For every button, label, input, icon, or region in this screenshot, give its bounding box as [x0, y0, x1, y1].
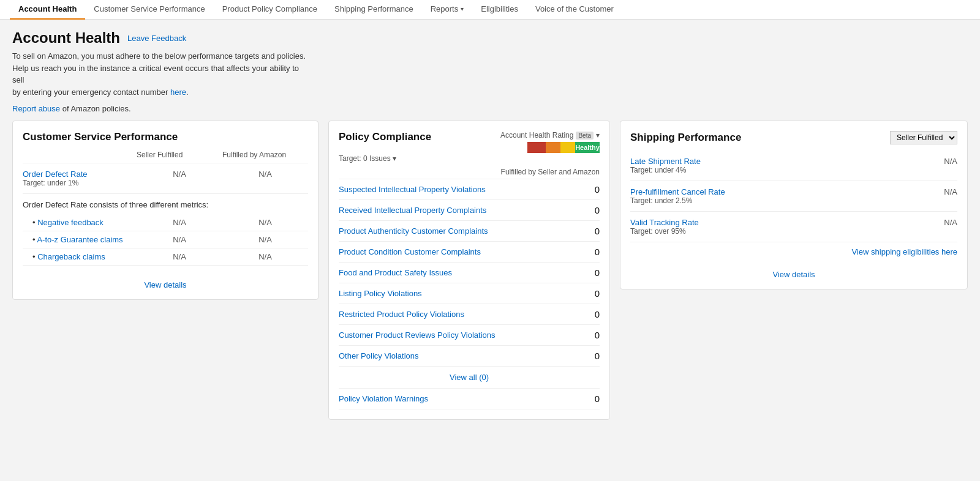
csp-view-details-link[interactable]: View details	[144, 280, 186, 289]
here-link[interactable]: here	[170, 88, 186, 97]
order-defect-rate-row: Order Defect Rate Target: under 1% N/A N…	[23, 163, 308, 194]
sp-metric-link-0[interactable]: Late Shipment Rate	[630, 157, 701, 166]
sp-val-0: N/A	[944, 157, 957, 166]
pc-link-0[interactable]: Suspected Intellectual Property Violatio…	[339, 185, 486, 194]
beta-badge: Beta	[576, 132, 594, 140]
sp-filter-select[interactable]: Seller Fulfilled	[890, 131, 957, 144]
view-all-row: View all (0)	[339, 367, 600, 389]
pc-count-8: 0	[595, 351, 600, 361]
policy-warnings-row: Policy Violation Warnings 0	[339, 389, 600, 409]
ahr-badge: Account Health Rating Beta ▾ Healthy	[500, 131, 600, 153]
nav-eligibilities[interactable]: Eligibilities	[472, 0, 527, 20]
pc-count-0: 0	[595, 184, 600, 195]
sp-target-1: Target: under 2.5%	[630, 196, 725, 205]
sp-column: Shipping Performance Seller Fulfilled La…	[620, 121, 968, 289]
pc-link-7[interactable]: Customer Product Reviews Policy Violatio…	[339, 330, 496, 340]
pc-row-5: Listing Policy Violations 0	[339, 283, 600, 304]
csp-card: Customer Service Performance Seller Fulf…	[12, 121, 318, 300]
policy-warnings-link[interactable]: Policy Violation Warnings	[339, 394, 428, 403]
pc-link-4[interactable]: Food and Product Safety Issues	[339, 268, 452, 277]
pc-count-4: 0	[595, 267, 600, 278]
pc-row-4: Food and Product Safety Issues 0	[339, 263, 600, 283]
pc-row-7: Customer Product Reviews Policy Violatio…	[339, 325, 600, 346]
reports-caret-icon: ▾	[461, 6, 464, 12]
sub-metrics-section: Order Defect Rate consists of three diff…	[23, 194, 308, 272]
pc-link-1[interactable]: Received Intellectual Property Complaint…	[339, 206, 486, 215]
report-abuse-link[interactable]: Report abuse	[12, 104, 60, 113]
pc-row-6: Restricted Product Policy Violations 0	[339, 304, 600, 325]
ahr-dropdown-icon[interactable]: ▾	[596, 131, 600, 140]
sub-row-2: • Chargeback claims N/A N/A	[23, 248, 308, 266]
pc-link-8[interactable]: Other Policy Violations	[339, 351, 419, 360]
csp-col-headers: Seller Fulfilled Fulfilled by Amazon	[23, 151, 308, 163]
pc-target-caret-icon[interactable]: ▾	[393, 154, 396, 163]
csp-view-details: View details	[23, 272, 308, 289]
odr-seller-val: N/A	[137, 170, 222, 179]
sp-metric-row-1: Pre-fulfillment Cancel Rate Target: unde…	[630, 181, 957, 212]
sub-row-0: • Negative feedback N/A N/A	[23, 214, 308, 231]
nav-voice[interactable]: Voice of the Customer	[527, 0, 622, 20]
pc-row-2: Product Authenticity Customer Complaints…	[339, 221, 600, 242]
sp-metrics: Late Shipment Rate Target: under 4% N/A …	[630, 151, 957, 242]
pc-count-6: 0	[595, 309, 600, 319]
pc-row-3: Product Condition Customer Complaints 0	[339, 242, 600, 263]
sp-metric-row-2: Valid Tracking Rate Target: over 95% N/A	[630, 212, 957, 242]
pc-link-3[interactable]: Product Condition Customer Complaints	[339, 247, 481, 256]
pc-header: Policy Compliance Account Health Rating …	[339, 131, 600, 153]
sp-card: Shipping Performance Seller Fulfilled La…	[620, 121, 968, 289]
fulfilled-label: Fulfilled by Seller and Amazon	[339, 168, 600, 179]
ahr-green-segment: Healthy	[575, 142, 600, 153]
pc-link-5[interactable]: Listing Policy Violations	[339, 289, 422, 298]
sp-title: Shipping Performance	[630, 132, 741, 144]
pc-count-5: 0	[595, 288, 600, 299]
pc-target: Target: 0 Issues ▾	[339, 154, 600, 163]
sp-metric-link-2[interactable]: Valid Tracking Rate	[630, 218, 699, 227]
ahr-yellow-segment	[560, 142, 575, 153]
sp-view-details: View details	[630, 261, 957, 279]
report-abuse-section: Report abuse of Amazon policies.	[12, 104, 968, 113]
odr-amazon-val: N/A	[222, 170, 308, 179]
order-defect-rate-link[interactable]: Order Defect Rate	[23, 170, 88, 179]
sp-val-1: N/A	[944, 187, 957, 196]
nav-reports[interactable]: Reports ▾	[422, 0, 473, 20]
pc-count-7: 0	[595, 330, 600, 340]
nav-shipping[interactable]: Shipping Performance	[326, 0, 422, 20]
sp-view-details-link[interactable]: View details	[772, 270, 815, 279]
pc-row-1: Received Intellectual Property Complaint…	[339, 200, 600, 221]
nav-customer-service[interactable]: Customer Service Performance	[85, 0, 213, 20]
page-description: To sell on Amazon, you must adhere to th…	[12, 50, 306, 98]
sp-metric-row-0: Late Shipment Rate Target: under 4% N/A	[630, 151, 957, 181]
ahr-bar: Healthy	[527, 142, 600, 153]
pc-row-0: Suspected Intellectual Property Violatio…	[339, 179, 600, 200]
nav-account-health[interactable]: Account Health	[10, 0, 85, 20]
page-header: Account Health Leave Feedback To sell on…	[12, 29, 968, 113]
chargeback-link[interactable]: Chargeback claims	[37, 252, 105, 261]
pc-rows: Suspected Intellectual Property Violatio…	[339, 179, 600, 367]
policy-warnings-count: 0	[595, 393, 600, 404]
sp-header: Shipping Performance Seller Fulfilled	[630, 131, 957, 144]
leave-feedback-link[interactable]: Leave Feedback	[127, 34, 186, 43]
pc-count-3: 0	[595, 247, 600, 257]
top-navigation: Account Health Customer Service Performa…	[0, 0, 980, 20]
pc-title: Policy Compliance	[339, 131, 431, 143]
csp-title: Customer Service Performance	[23, 131, 308, 143]
main-content: Account Health Leave Feedback To sell on…	[0, 20, 980, 430]
view-eligibilities: View shipping eligibilities here	[630, 242, 957, 261]
negative-feedback-link[interactable]: Negative feedback	[37, 218, 104, 227]
atoz-link[interactable]: A-to-z Guarantee claims	[37, 235, 123, 244]
view-all-link[interactable]: View all (0)	[450, 373, 489, 382]
nav-product-policy[interactable]: Product Policy Compliance	[214, 0, 326, 20]
main-columns: Customer Service Performance Seller Fulf…	[12, 121, 968, 420]
pc-link-2[interactable]: Product Authenticity Customer Complaints	[339, 226, 488, 236]
ahr-label: Account Health Rating Beta ▾	[500, 131, 600, 140]
sp-target-2: Target: over 95%	[630, 227, 699, 236]
sp-target-0: Target: under 4%	[630, 166, 701, 174]
pc-count-2: 0	[595, 226, 600, 236]
sp-metric-link-1[interactable]: Pre-fulfillment Cancel Rate	[630, 187, 725, 196]
view-eligibilities-link[interactable]: View shipping eligibilities here	[852, 247, 957, 256]
csp-column: Customer Service Performance Seller Fulf…	[12, 121, 318, 300]
pc-link-6[interactable]: Restricted Product Policy Violations	[339, 310, 464, 319]
sub-row-1: • A-to-z Guarantee claims N/A N/A	[23, 231, 308, 248]
ahr-red-segment	[527, 142, 546, 153]
pc-count-1: 0	[595, 205, 600, 215]
